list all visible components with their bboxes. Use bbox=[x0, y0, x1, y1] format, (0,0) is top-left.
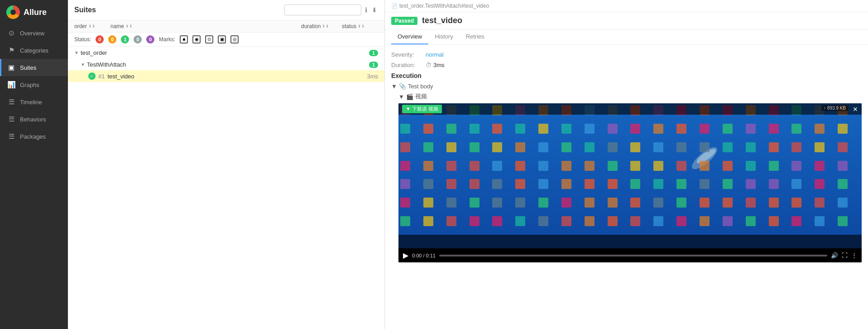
passed-badge: 1 bbox=[121, 35, 129, 44]
failed-badge: 0 bbox=[96, 35, 104, 44]
detail-tabs: Overview History Retries bbox=[385, 29, 868, 45]
severity-label: Severity: bbox=[391, 51, 423, 58]
chevron-down-icon-sub: ▼ bbox=[81, 62, 85, 67]
suite-name: test_order bbox=[81, 49, 107, 56]
test-body-row[interactable]: ▼ 📎 Test body bbox=[391, 83, 862, 90]
sidebar-label-categories: Categories bbox=[20, 47, 48, 54]
sidebar-item-behaviors[interactable]: ☰ Behaviors bbox=[0, 111, 68, 128]
sub-suite-badge: 1 bbox=[369, 62, 378, 68]
chevron-down-icon: ▼ bbox=[74, 50, 79, 55]
graphs-icon: 📊 bbox=[7, 81, 15, 89]
severity-row: Severity: normal bbox=[391, 51, 862, 58]
download-icon-button[interactable]: ⬇ bbox=[371, 5, 378, 15]
logo-text: Allure bbox=[24, 8, 47, 17]
suite-badge: 1 bbox=[369, 50, 378, 56]
volume-button[interactable]: 🔊 bbox=[831, 252, 838, 259]
broken-badge: 0 bbox=[108, 35, 116, 44]
sidebar-item-categories[interactable]: ⚑ Categories bbox=[0, 42, 68, 59]
fullscreen-button[interactable]: ⛶ bbox=[842, 252, 848, 259]
sidebar-nav: ⊙ Overview ⚑ Categories ▣ Suites 📊 Graph… bbox=[0, 24, 68, 329]
status-bar: Status: 0 0 1 0 0 Marks: ■ ◉ ⊙ ▣ ◎ bbox=[68, 33, 384, 47]
duration-value: ⏱ 3ms bbox=[426, 62, 445, 68]
play-button[interactable]: ▶ bbox=[403, 251, 408, 260]
categories-icon: ⚑ bbox=[7, 46, 15, 54]
main-area: Suites ℹ ⬇ order ⬆⬇ name ⬆⬇ duration ⬆⬇ … bbox=[68, 0, 868, 329]
sidebar-label-behaviors: Behaviors bbox=[20, 116, 46, 123]
status-passed-icon: ✓ bbox=[88, 73, 96, 80]
col-name[interactable]: name ⬆⬇ bbox=[110, 23, 301, 29]
sidebar: Allure ⊙ Overview ⚑ Categories ▣ Suites … bbox=[0, 0, 68, 329]
suites-header: Suites ℹ ⬇ bbox=[68, 0, 384, 20]
column-headers: order ⬆⬇ name ⬆⬇ duration ⬆⬇ status ⬆⬇ bbox=[68, 20, 384, 33]
clock-icon: ⏱ bbox=[426, 62, 432, 68]
video-close-button[interactable]: ✕ bbox=[853, 106, 858, 113]
tab-retries[interactable]: Retries bbox=[460, 29, 491, 44]
suites-title: Suites bbox=[74, 6, 96, 14]
breadcrumb: 📄 test_order.TestWithAttach#test_video bbox=[385, 0, 868, 12]
sort-arrow-name: ⬆⬇ bbox=[125, 24, 133, 29]
sidebar-item-graphs[interactable]: 📊 Graphs bbox=[0, 76, 68, 93]
video-controls: ▶ 0:00 / 0:11 🔊 ⛶ ⋮ bbox=[398, 248, 862, 262]
status-badge: Passed bbox=[391, 17, 417, 25]
chevron-down-icon-body: ▼ bbox=[391, 83, 397, 90]
marks-label: Marks: bbox=[159, 36, 175, 43]
tab-history[interactable]: History bbox=[428, 29, 459, 44]
test-name-heading: test_video bbox=[422, 16, 462, 25]
suites-search-area: ℹ ⬇ bbox=[284, 5, 378, 15]
video-label: 视频 bbox=[415, 92, 427, 101]
sidebar-item-suites[interactable]: ▣ Suites bbox=[0, 59, 68, 76]
tab-overview[interactable]: Overview bbox=[391, 29, 428, 44]
breadcrumb-text: test_order.TestWithAttach#test_video bbox=[399, 3, 489, 9]
file-icon: 📄 bbox=[391, 3, 398, 9]
tree-suite-test-order[interactable]: ▼ test_order 1 bbox=[68, 47, 384, 59]
detail-body: Severity: normal Duration: ⏱ 3ms Executi… bbox=[385, 45, 868, 329]
test-body-label: Test body bbox=[408, 83, 433, 90]
sidebar-label-suites: Suites bbox=[20, 64, 36, 71]
progress-bar[interactable] bbox=[439, 255, 827, 256]
test-body-section: ▼ 📎 Test body ▼ 🎬 视频 ↑ 893.9 KB ▼ 下载该 视频 bbox=[391, 83, 862, 262]
detail-title-row: Passed test_video bbox=[385, 12, 868, 29]
sort-arrow-status: ⬆⬇ bbox=[358, 24, 365, 29]
item-name: test_video bbox=[107, 73, 367, 80]
info-icon-button[interactable]: ℹ bbox=[364, 5, 368, 15]
severity-value: normal bbox=[426, 51, 444, 58]
sidebar-item-packages[interactable]: ☰ Packages bbox=[0, 128, 68, 145]
test-tree: ▼ test_order 1 ▼ TestWithAttach 1 ✓ #1 t… bbox=[68, 47, 384, 329]
execution-heading: Execution bbox=[391, 72, 862, 79]
video-download-button[interactable]: ▼ 下载该 视频 bbox=[402, 105, 442, 113]
time-display: 0:00 / 0:11 bbox=[412, 253, 436, 258]
sidebar-label-timeline: Timeline bbox=[20, 99, 42, 106]
suites-icon: ▣ bbox=[7, 63, 15, 72]
tree-sub-suite[interactable]: ▼ TestWithAttach 1 bbox=[68, 59, 384, 70]
mark-icon-2: ◉ bbox=[192, 35, 201, 44]
unknown-badge: 0 bbox=[146, 35, 154, 44]
video-row[interactable]: ▼ 🎬 视频 bbox=[398, 92, 862, 101]
item-duration: 3ms bbox=[367, 73, 378, 80]
behaviors-icon: ☰ bbox=[7, 115, 15, 123]
overview-icon: ⊙ bbox=[7, 29, 15, 37]
video-size-badge: ↑ 893.9 KB bbox=[821, 105, 848, 111]
col-duration[interactable]: duration ⬆⬇ bbox=[301, 23, 342, 29]
more-options-button[interactable]: ⋮ bbox=[851, 252, 857, 259]
mark-icon-5: ◎ bbox=[230, 35, 239, 44]
mark-icon-1: ■ bbox=[180, 35, 188, 44]
suites-panel: Suites ℹ ⬇ order ⬆⬇ name ⬆⬇ duration ⬆⬇ … bbox=[68, 0, 385, 329]
duration-row: Duration: ⏱ 3ms bbox=[391, 62, 862, 68]
detail-panel: 📄 test_order.TestWithAttach#test_video P… bbox=[385, 0, 868, 329]
sort-arrow-duration: ⬆⬇ bbox=[322, 24, 329, 29]
mark-icon-3: ⊙ bbox=[205, 35, 213, 44]
table-row[interactable]: ✓ #1 test_video 3ms bbox=[68, 70, 384, 82]
col-order[interactable]: order ⬆⬇ bbox=[74, 23, 110, 29]
sidebar-item-overview[interactable]: ⊙ Overview bbox=[0, 24, 68, 42]
chevron-down-icon-video: ▼ bbox=[398, 93, 404, 100]
attachment-icon: 📎 bbox=[399, 83, 406, 90]
sort-arrow-order: ⬆⬇ bbox=[88, 24, 96, 29]
logo-icon bbox=[6, 5, 20, 19]
mark-icon-4: ▣ bbox=[218, 35, 226, 44]
search-input[interactable] bbox=[284, 5, 361, 15]
sidebar-item-timeline[interactable]: ☰ Timeline bbox=[0, 93, 68, 111]
logo: Allure bbox=[0, 0, 68, 24]
col-status[interactable]: status ⬆⬇ bbox=[342, 23, 378, 29]
video-container: ↑ 893.9 KB ▼ 下载该 视频 ✕ // We'll generate … bbox=[398, 103, 862, 262]
sidebar-label-overview: Overview bbox=[20, 30, 44, 37]
